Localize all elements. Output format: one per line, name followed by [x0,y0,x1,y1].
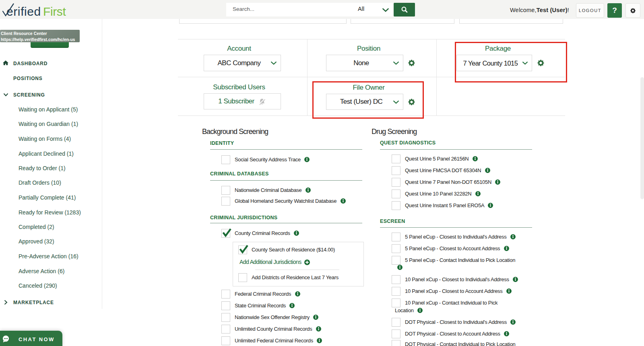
svg-text:erified: erified [6,5,41,18]
svg-text:First: First [43,5,66,18]
